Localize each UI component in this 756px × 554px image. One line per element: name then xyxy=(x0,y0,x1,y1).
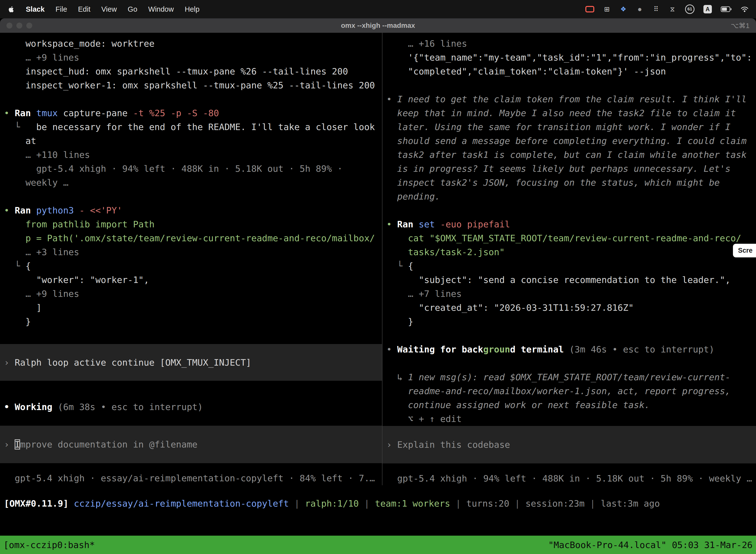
dots-grid-icon[interactable]: ⠿ xyxy=(652,4,660,14)
pane-bottom-group: › Explain this codebase gpt-5.4 xhigh · … xyxy=(386,426,756,485)
close-button[interactable] xyxy=(6,22,12,29)
terminal-line: … +3 lines xyxy=(4,245,382,259)
menu-go[interactable]: Go xyxy=(128,5,137,13)
apple-menu-icon[interactable] xyxy=(7,5,15,13)
window-title: omx --xhigh --madmax xyxy=(0,21,756,30)
menu-bar: SlackFileEditViewGoWindowHelp ⊞❖●⠿⧖61A xyxy=(0,0,756,18)
minimize-button[interactable] xyxy=(16,22,22,29)
window-titlebar[interactable]: omx --xhigh --madmax ⌥⌘1 xyxy=(0,18,756,33)
tmux-status-bar: [omx-cczip0:bash* "MacBook-Pro-44.local"… xyxy=(0,536,756,554)
grid-table-icon[interactable]: ⊞ xyxy=(603,4,611,14)
terminal-line: "worker": "worker-1", xyxy=(4,273,382,287)
terminal-line: "created_at": "2026-03-31T11:59:27.816Z" xyxy=(386,301,756,315)
menu-bar-left: SlackFileEditViewGoWindowHelp xyxy=(7,5,199,13)
blank-line xyxy=(4,92,382,106)
terminal-line: • Ran tmux capture-pane -t %25 -p -S -80 xyxy=(4,106,382,120)
battery-percentage-icon[interactable]: 61 xyxy=(685,4,694,14)
prompt-input-bar[interactable]: › Improve documentation in @filename xyxy=(0,426,382,463)
battery-icon[interactable] xyxy=(721,4,732,14)
terminal-line: ] xyxy=(4,301,382,315)
app-circle-icon[interactable]: ● xyxy=(636,4,643,14)
screen-sharing-icon[interactable] xyxy=(585,6,594,12)
tmux-host-clock-label: "MacBook-Pro-44.local" 05:03 31-Mar-26 xyxy=(548,540,753,550)
terminal-line: └ { xyxy=(4,259,382,273)
blank-line xyxy=(4,329,382,342)
menu-help[interactable]: Help xyxy=(185,5,200,13)
terminal-line: later. Using the same for transition mig… xyxy=(386,120,756,134)
terminal-line: inspect task2's JSON, focusing on the st… xyxy=(386,176,756,189)
terminal-line: pending. xyxy=(386,189,756,204)
pane-status-line: gpt-5.4 xhigh · 94% left · 488K in · 5.1… xyxy=(386,472,756,485)
menu-file[interactable]: File xyxy=(56,5,67,13)
tmux-panes: workspace_mode: worktree … +9 lines insp… xyxy=(0,33,756,485)
terminal-line: … +16 lines xyxy=(386,37,756,51)
blank-line xyxy=(386,78,756,92)
blank-line xyxy=(386,356,756,370)
terminal-line: └ { xyxy=(386,259,756,273)
terminal-line: continue assigned work or next feasible … xyxy=(386,398,756,412)
terminal-line: • I need to get the claim token from the… xyxy=(386,92,756,106)
terminal-line: } xyxy=(386,315,756,329)
terminal-line: from pathlib import Path xyxy=(4,217,382,231)
left-pane[interactable]: workspace_mode: worktree … +9 lines insp… xyxy=(0,33,382,485)
terminal-line: • Ran python3 - <<'PY' xyxy=(4,204,382,217)
menu-window[interactable]: Window xyxy=(148,5,174,13)
menu-bar-status-icons: ⊞❖●⠿⧖61A xyxy=(585,4,749,14)
blank-line xyxy=(4,189,382,204)
terminal-line: "completed","claim_token":"claim-token"}… xyxy=(386,64,756,78)
screen-notification[interactable]: Scre xyxy=(733,244,756,258)
terminal-line: gpt-5.4 xhigh · 94% left · 488K in · 5.1… xyxy=(4,162,382,176)
blank-line xyxy=(386,204,756,217)
input-source-icon[interactable]: A xyxy=(703,5,712,13)
terminal-line: at xyxy=(4,134,382,148)
right-pane[interactable]: … +16 lines '{"team_name":"my-team","tas… xyxy=(382,33,756,485)
prompt-suggestion-bar[interactable]: › Explain this codebase xyxy=(382,426,756,463)
menu-items: SlackFileEditViewGoWindowHelp xyxy=(26,5,199,13)
menu-edit[interactable]: Edit xyxy=(78,5,90,13)
terminal-line: "subject": "send a concise recommendatio… xyxy=(386,273,756,287)
terminal-line: readme-and-reco/mailbox/worker-1.json, a… xyxy=(386,384,756,398)
terminal-line: … +9 lines xyxy=(4,51,382,64)
terminal-line: workspace_mode: worktree xyxy=(4,37,382,51)
terminal-line: should send a message before completing … xyxy=(386,134,756,148)
menu-slack[interactable]: Slack xyxy=(26,5,45,13)
omx-status-line: [OMX#0.11.9] cczip/essay/ai-reimplementa… xyxy=(0,497,756,510)
window-shortcut: ⌥⌘1 xyxy=(731,21,750,30)
terminal-line: └ be necessary for the end of the README… xyxy=(4,120,382,134)
terminal-line: tasks/task-2.json" xyxy=(386,245,756,259)
terminal-line: task2 after task1 is complete, but can I… xyxy=(386,148,756,162)
terminal-line: } xyxy=(4,315,382,329)
terminal-line: weekly … xyxy=(4,176,382,189)
terminal-line: '{"team_name":"my-team","task_id":"1","f… xyxy=(386,51,756,64)
terminal-line: p = Path('.omx/state/team/review-current… xyxy=(4,231,382,245)
ralph-loop-bar[interactable]: › Ralph loop active continue [OMX_TMUX_I… xyxy=(0,344,382,381)
pane-bottom-group: › Improve documentation in @filename gpt… xyxy=(4,426,382,485)
terminal-line: • Ran set -euo pipefail xyxy=(386,217,756,231)
terminal-line: … +7 lines xyxy=(386,287,756,301)
dropbox-icon[interactable]: ❖ xyxy=(620,4,627,14)
terminal-line: keep that in mind. Maybe I also need the… xyxy=(386,106,756,120)
terminal-line: … +9 lines xyxy=(4,287,382,301)
blank-line xyxy=(386,329,756,342)
waiting-status-line: • Waiting for background terminal (3m 46… xyxy=(386,342,756,356)
menu-view[interactable]: View xyxy=(102,5,117,13)
tmux-session-label: [omx-cczip0:bash* xyxy=(3,540,95,550)
terminal-line: ⌥ + ↑ edit xyxy=(386,412,756,426)
terminal-line: inspect_worker-1: omx sparkshell --tmux-… xyxy=(4,78,382,92)
hourglass-icon[interactable]: ⧖ xyxy=(669,4,676,14)
terminal-line: is in progress? It seems likely but perh… xyxy=(386,162,756,176)
terminal-window: omx --xhigh --madmax ⌥⌘1 workspace_mode:… xyxy=(0,18,756,554)
terminal-line: inspect_hud: omx sparkshell --tmux-pane … xyxy=(4,64,382,78)
zoom-button[interactable] xyxy=(26,22,32,29)
traffic-lights xyxy=(6,22,32,29)
pane-status-line: gpt-5.4 xhigh · essay/ai-reimplementatio… xyxy=(4,472,382,485)
terminal-line: … +110 lines xyxy=(4,148,382,162)
terminal-line: ↳ 1 new msg(s): read $OMX_TEAM_STATE_ROO… xyxy=(386,370,756,384)
wifi-icon[interactable] xyxy=(741,4,749,14)
working-status-line: • Working (6m 38s • esc to interrupt) xyxy=(4,400,382,414)
terminal-line: cat "$OMX_TEAM_STATE_ROOT/team/review-cu… xyxy=(386,231,756,245)
